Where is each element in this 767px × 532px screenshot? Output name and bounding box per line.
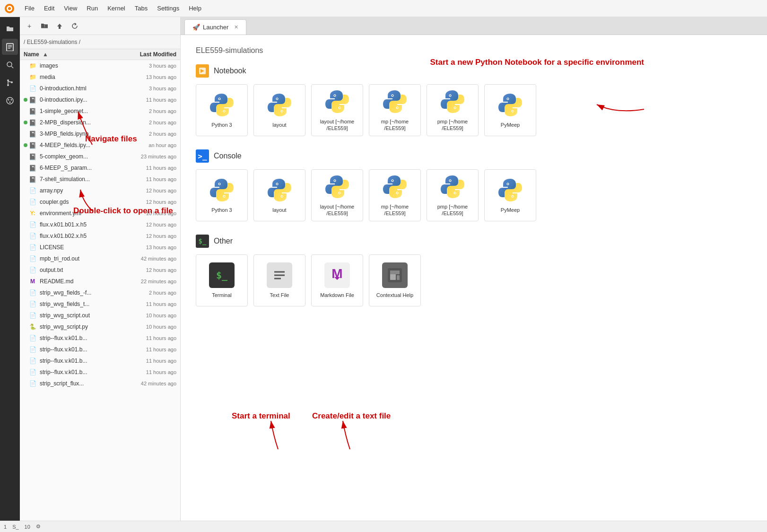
notebook-kernel-card[interactable]: Python 3 [196, 84, 248, 136]
file-list-item[interactable]: 📄 array.npy 12 hours ago [20, 185, 180, 196]
other-item-card[interactable]: Text File [253, 254, 305, 306]
sidebar-btn-folder[interactable] [2, 21, 18, 37]
sidebar-btn-git[interactable] [2, 75, 18, 91]
other-item-card[interactable]: M Markdown File [311, 254, 363, 306]
file-name: array.npy [40, 187, 124, 194]
statusbar-mode: S_ [12, 524, 18, 530]
file-icon: 📄 [28, 232, 37, 240]
kernel-name: layout [272, 207, 286, 213]
file-list-item[interactable]: 📄 strip_wvg_fields_t... 11 hours ago [20, 298, 180, 310]
column-modified[interactable]: Last Modified [124, 51, 176, 58]
svg-point-38 [397, 107, 398, 108]
file-modified: 3 hours ago [124, 63, 176, 69]
sidebar-btn-search[interactable] [2, 57, 18, 73]
file-list-item[interactable]: 📄 strip--flux.v.k01.b... 11 hours ago [20, 355, 180, 366]
file-list-item[interactable]: 📄 strip_script_flux... 42 minutes ago [20, 378, 180, 389]
file-list-item[interactable]: 📄 strip--flux.v.k01.b... 11 hours ago [20, 366, 180, 378]
notebook-kernel-card[interactable]: layout [253, 84, 305, 136]
notebook-icon: 📓 [28, 96, 37, 104]
notebook-kernel-card[interactable]: PyMeep [484, 84, 536, 136]
console-kernel-card[interactable]: Python 3 [196, 169, 248, 221]
sidebar-btn-palette[interactable] [2, 93, 18, 109]
file-name: strip_script_flux... [40, 380, 124, 387]
running-dot [24, 143, 27, 147]
menu-settings[interactable]: Settings [153, 3, 183, 14]
file-list-item[interactable]: 📓 3-MPB_fields.ipynb 2 hours ago [20, 128, 180, 140]
tab-launcher[interactable]: 🚀 Launcher ✕ [184, 19, 246, 35]
file-modified: 2 hours ago [124, 120, 176, 125]
console-kernel-card[interactable]: mp [~/home /ELE559] [369, 169, 421, 221]
column-name[interactable]: Name ▲ [24, 51, 124, 58]
menu-help[interactable]: Help [185, 3, 205, 14]
sidebar-btn-files[interactable] [2, 39, 18, 55]
running-dot [24, 121, 27, 124]
file-list-item[interactable]: 📄 strip_wvg_fields_-f... 2 hours ago [20, 287, 180, 298]
file-list: 📁 images 3 hours ago 📁 media 13 hours ag… [20, 60, 180, 532]
statusbar-gear[interactable]: ⚙ [36, 523, 41, 530]
svg-text:↑: ↑ [44, 24, 45, 28]
svg-point-68 [507, 183, 508, 184]
other-item-name: Markdown File [320, 292, 354, 298]
new-file-btn[interactable]: + [24, 20, 35, 32]
file-list-item[interactable]: 📄 coupler.gds 12 hours ago [20, 196, 180, 208]
file-list-item[interactable]: 📓 4-MEEP_fields.ipy... an hour ago [20, 140, 180, 151]
file-icon: 📄 [28, 357, 37, 365]
console-kernel-cards: Python 3 layout [196, 169, 752, 221]
terminal-icon: $_ [209, 262, 235, 288]
file-list-item[interactable]: 📄 strip--flux.v.k01.b... 11 hours ago [20, 332, 180, 344]
console-kernel-card[interactable]: layout [253, 169, 305, 221]
svg-point-26 [224, 111, 225, 112]
file-list-item[interactable]: 📓 5-complex_geom... 23 minutes ago [20, 151, 180, 162]
file-icon: 📄 [28, 379, 37, 388]
menu-run[interactable]: Run [83, 3, 102, 14]
file-list-item[interactable]: M README.md 22 minutes ago [20, 276, 180, 287]
refresh-btn[interactable] [69, 20, 80, 32]
file-name: images [40, 62, 124, 69]
file-list-item[interactable]: 📓 1-simple_geomet... 2 hours ago [20, 105, 180, 117]
file-list-item[interactable]: Y: environment.yml 10 hours ago [20, 208, 180, 219]
file-list-item[interactable]: 📄 output.txt 12 hours ago [20, 264, 180, 276]
menu-kernel[interactable]: Kernel [104, 3, 129, 14]
menu-file[interactable]: File [21, 3, 38, 14]
file-list-item[interactable]: 📄 LICENSE 13 hours ago [20, 242, 180, 253]
file-name: flux.v.k01.b02.x.h5 [40, 233, 124, 239]
file-list-item[interactable]: 📄 strip--flux.v.k01.b... 11 hours ago [20, 344, 180, 355]
other-item-card[interactable]: $_ Terminal [196, 254, 248, 306]
main-area: 🚀 Launcher ✕ ELE559-simulations Notebook [181, 17, 767, 532]
notebook-kernel-card[interactable]: pmp [~/home /ELE559] [427, 84, 479, 136]
file-modified: 10 hours ago [124, 324, 176, 330]
notebook-section-icon [196, 64, 209, 78]
file-list-item[interactable]: 📓 7-shell_simulation... 11 hours ago [20, 174, 180, 185]
file-list-item[interactable]: 📓 6-MEEP_S_param... 11 hours ago [20, 162, 180, 174]
file-list-item[interactable]: 📄 0-introduction.html 3 hours ago [20, 83, 180, 94]
svg-marker-20 [75, 23, 77, 26]
svg-point-44 [507, 98, 508, 99]
file-list-item[interactable]: 📄 strip_wvg_script.out 10 hours ago [20, 310, 180, 321]
new-folder-btn[interactable]: ↑ [39, 20, 50, 32]
file-list-item[interactable]: 📄 mpb_tri_rod.out 42 minutes ago [20, 253, 180, 264]
kernel-name: layout [~/home /ELE559] [315, 203, 359, 217]
file-name: 0-introduction.html [40, 85, 124, 92]
file-list-item[interactable]: 📁 media 13 hours ago [20, 71, 180, 83]
file-list-item[interactable]: 📁 images 3 hours ago [20, 60, 180, 71]
upload-btn[interactable] [54, 20, 65, 32]
kernel-name: Python 3 [211, 207, 232, 213]
menu-view[interactable]: View [60, 3, 81, 14]
console-kernel-card[interactable]: layout [~/home /ELE559] [311, 169, 363, 221]
other-item-card[interactable]: Contextual Help [369, 254, 421, 306]
file-modified: 10 hours ago [124, 313, 176, 318]
file-modified: 3 hours ago [124, 86, 176, 91]
tab-close-icon[interactable]: ✕ [234, 24, 238, 30]
file-list-item[interactable]: 📄 flux.v.k01.b02.x.h5 12 hours ago [20, 230, 180, 242]
notebook-kernel-card[interactable]: mp [~/home /ELE559] [369, 84, 421, 136]
file-list-item[interactable]: 📓 2-MPB_dispersion... 2 hours ago [20, 117, 180, 128]
console-kernel-card[interactable]: pmp [~/home /ELE559] [427, 169, 479, 221]
console-kernel-card[interactable]: PyMeep [484, 169, 536, 221]
menu-edit[interactable]: Edit [40, 3, 58, 14]
menu-tabs[interactable]: Tabs [131, 3, 151, 14]
file-list-item[interactable]: 📓 0-introduction.ipy... 11 hours ago [20, 94, 180, 105]
notebook-kernel-card[interactable]: layout [~/home /ELE559] [311, 84, 363, 136]
sort-arrow-icon: ▲ [43, 51, 48, 58]
file-list-item[interactable]: 🐍 strip_wvg_script.py 10 hours ago [20, 321, 180, 332]
file-list-item[interactable]: 📄 flux.v.k01.b01.x.h5 12 hours ago [20, 219, 180, 230]
